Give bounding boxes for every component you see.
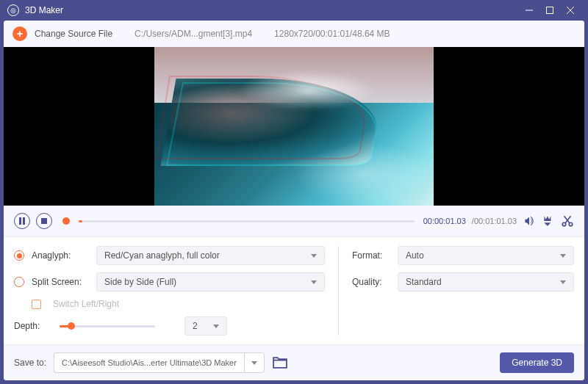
- svg-rect-4: [19, 217, 21, 225]
- chevron-down-icon: [311, 280, 317, 284]
- time-total: /00:01:01.03: [472, 217, 517, 225]
- close-button[interactable]: [560, 0, 581, 21]
- depth-slider[interactable]: [60, 325, 155, 327]
- chevron-down-icon: [251, 361, 257, 365]
- source-path: C:/Users/ADM...gment[3].mp4: [135, 29, 252, 39]
- depth-label: Depth:: [14, 321, 48, 331]
- change-source-button[interactable]: Change Source File: [35, 29, 112, 39]
- cut-button[interactable]: [561, 214, 574, 228]
- volume-button[interactable]: [523, 214, 536, 228]
- svg-point-8: [569, 222, 573, 226]
- chevron-down-icon: [560, 280, 566, 284]
- snapshot-button[interactable]: [542, 214, 555, 228]
- quality-select[interactable]: Standard: [398, 272, 574, 291]
- anaglyph-select[interactable]: Red/Cyan anaglyph, full color: [96, 246, 325, 265]
- svg-point-7: [562, 222, 566, 226]
- bottom-bar: Save to: C:\Aiseesoft Studio\Ais...erter…: [4, 344, 584, 380]
- content-area: + Change Source File C:/Users/ADM...gmen…: [4, 21, 584, 380]
- chevron-down-icon: [311, 254, 317, 258]
- open-folder-button[interactable]: [272, 355, 288, 371]
- switch-lr-checkbox[interactable]: [32, 300, 41, 309]
- saveto-dropdown[interactable]: [244, 352, 265, 373]
- minimize-button[interactable]: [519, 0, 539, 21]
- source-meta: 1280x720/00:01:01/48.64 MB: [274, 29, 390, 39]
- window-title: 3D Maker: [25, 5, 63, 15]
- chevron-down-icon: [213, 325, 219, 328]
- titlebar: ◎ 3D Maker: [0, 0, 588, 21]
- anaglyph-label: Anaglyph:: [32, 250, 89, 261]
- settings-panel: Anaglyph: Red/Cyan anaglyph, full color …: [4, 237, 584, 344]
- stop-button[interactable]: [36, 213, 52, 229]
- format-label: Format:: [352, 250, 386, 261]
- split-select[interactable]: Side by Side (Full): [96, 272, 325, 291]
- maximize-button[interactable]: [539, 0, 560, 21]
- app-logo-icon: ◎: [7, 4, 19, 16]
- pause-button[interactable]: [14, 213, 30, 229]
- svg-rect-6: [41, 218, 47, 224]
- generate-3d-button[interactable]: Generate 3D: [500, 352, 574, 373]
- split-label: Split Screen:: [32, 277, 89, 287]
- saveto-path[interactable]: C:\Aiseesoft Studio\Ais...erter Ultimate…: [54, 352, 244, 373]
- anaglyph-radio[interactable]: [14, 250, 24, 261]
- quality-label: Quality:: [352, 277, 386, 287]
- seek-bar[interactable]: [79, 220, 415, 222]
- svg-rect-5: [23, 217, 25, 225]
- saveto-label: Save to:: [14, 358, 46, 368]
- switch-lr-label: Switch Left/Right: [53, 299, 119, 309]
- seek-thumb[interactable]: [62, 217, 70, 225]
- chevron-down-icon: [560, 254, 566, 258]
- playback-controls: 00:00:01.03/00:01:01.03: [4, 206, 584, 237]
- time-current: 00:00:01.03: [423, 217, 466, 225]
- preview-image: [154, 47, 434, 206]
- source-bar: + Change Source File C:/Users/ADM...gmen…: [4, 21, 584, 47]
- video-preview[interactable]: [4, 47, 584, 206]
- format-select[interactable]: Auto: [398, 246, 574, 265]
- add-source-button[interactable]: +: [12, 26, 27, 41]
- svg-rect-1: [547, 7, 553, 14]
- split-screen-radio[interactable]: [14, 277, 24, 287]
- depth-select[interactable]: 2: [184, 316, 227, 336]
